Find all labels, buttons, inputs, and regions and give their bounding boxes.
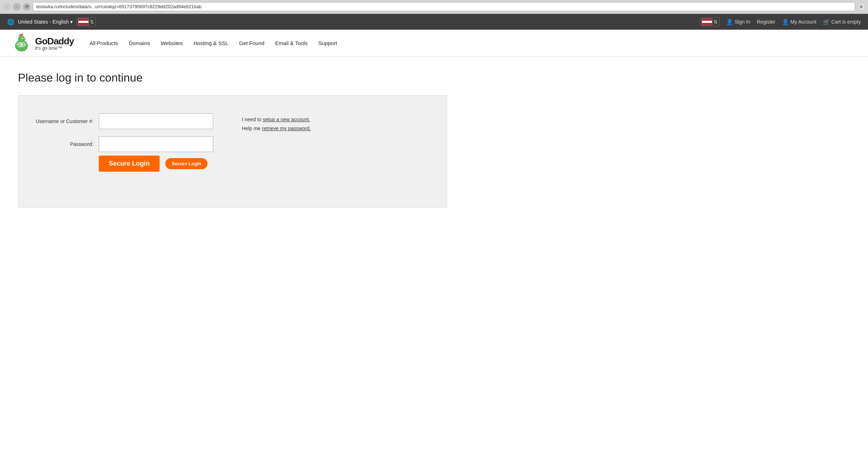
nav-email-tools[interactable]: Email & Tools: [275, 40, 308, 46]
username-row: Username or Customer #:: [33, 113, 213, 129]
signin-link[interactable]: 👤 Sign In: [726, 19, 750, 25]
topbar-right: ⇅ 👤 Sign In Register 👤 My Account 🛒 Cart…: [700, 17, 861, 26]
godaddy-logo-svg: [11, 33, 32, 53]
register-link[interactable]: Register: [757, 19, 775, 25]
svg-marker-4: [24, 39, 26, 40]
password-label: Password:: [33, 141, 93, 147]
browser-toolbar: ← → ⟳ My Account Login ✕: [0, 0, 868, 14]
nav-support[interactable]: Support: [318, 40, 337, 46]
myaccount-link[interactable]: 👤 My Account: [782, 19, 816, 25]
svg-point-3: [22, 38, 23, 39]
side-line-1: I need to setup a new account.: [242, 115, 311, 124]
nav-hosting-ssl[interactable]: Hosting & SSL: [194, 40, 229, 46]
flag-arrow: ⇅: [90, 19, 94, 25]
secure-login-button[interactable]: Secure Login: [99, 156, 160, 172]
form-left: Username or Customer #: Password: Secure…: [33, 113, 213, 172]
cart-link[interactable]: 🛒 Cart is empty: [823, 19, 861, 25]
myaccount-label: My Account: [790, 19, 816, 25]
button-row: Secure Login Secure Login: [99, 156, 213, 172]
nav-domains[interactable]: Domains: [129, 40, 150, 46]
password-row: Password:: [33, 136, 213, 152]
language-arrow: ▾: [70, 19, 73, 25]
page-title: Please log in to continue: [18, 71, 850, 84]
logo-area: GoDaddy It's go time™: [11, 33, 75, 53]
form-fields: Username or Customer #: Password:: [33, 113, 213, 152]
main-nav: All Products Domains Websites Hosting & …: [89, 40, 857, 46]
flag-select-right[interactable]: ⇅: [700, 17, 720, 26]
flag-arrow-right: ⇅: [713, 19, 718, 25]
side-links: I need to setup a new account. Help me r…: [242, 115, 311, 133]
browser-chrome: ← → ⟳ My Account Login ✕: [0, 0, 868, 14]
side-text-1: I need to: [242, 117, 263, 122]
close-button[interactable]: ✕: [857, 3, 865, 11]
logo-img: GoDaddy It's go time™: [11, 33, 74, 53]
flag-icon-right: [702, 18, 712, 25]
main-content: Please log in to continue Username or Cu…: [0, 57, 868, 222]
user-icon-account: 👤: [782, 19, 789, 25]
login-box: Username or Customer #: Password: Secure…: [18, 95, 447, 208]
site-topbar: 🌐 United States - English ▾ ⇅ ⇅ 👤 Sign I…: [0, 14, 868, 30]
svg-point-11: [21, 43, 25, 46]
forward-button[interactable]: →: [13, 3, 21, 11]
nav-all-products[interactable]: All Products: [89, 40, 118, 46]
reload-button[interactable]: ⟳: [23, 3, 31, 11]
svg-point-1: [18, 35, 25, 43]
cart-label: Cart is empty: [832, 19, 861, 25]
user-icon-signin: 👤: [726, 19, 733, 25]
flag-icon: [78, 18, 89, 25]
globe-icon: 🌐: [7, 19, 14, 25]
form-area: Username or Customer #: Password: Secure…: [33, 113, 433, 172]
nav-get-found[interactable]: Get Found: [239, 40, 264, 46]
topbar-left: 🌐 United States - English ▾ ⇅: [7, 17, 96, 26]
address-bar[interactable]: [33, 2, 855, 11]
signin-label: Sign In: [735, 19, 750, 25]
back-button[interactable]: ←: [3, 3, 11, 11]
retrieve-password-link[interactable]: retrieve my password.: [262, 126, 311, 131]
cart-icon: 🛒: [823, 19, 830, 25]
flag-select[interactable]: ⇅: [76, 17, 96, 26]
username-label: Username or Customer #:: [33, 118, 93, 124]
address-bar-container: My Account Login: [33, 2, 855, 11]
username-input[interactable]: [99, 113, 213, 129]
setup-account-link[interactable]: setup a new account.: [263, 117, 310, 122]
password-input[interactable]: [99, 136, 213, 152]
language-label: United States - English: [18, 19, 69, 25]
register-label: Register: [757, 19, 775, 25]
side-line-2: Help me retrieve my password.: [242, 124, 311, 133]
secure-login-button-small[interactable]: Secure Login: [165, 158, 208, 169]
logo-text: GoDaddy: [35, 36, 74, 47]
language-selector[interactable]: United States - English ▾: [18, 19, 73, 25]
side-text-2: Help me: [242, 126, 262, 131]
nav-websites[interactable]: Websites: [161, 40, 182, 46]
site-navbar: GoDaddy It's go time™ All Products Domai…: [0, 30, 868, 57]
